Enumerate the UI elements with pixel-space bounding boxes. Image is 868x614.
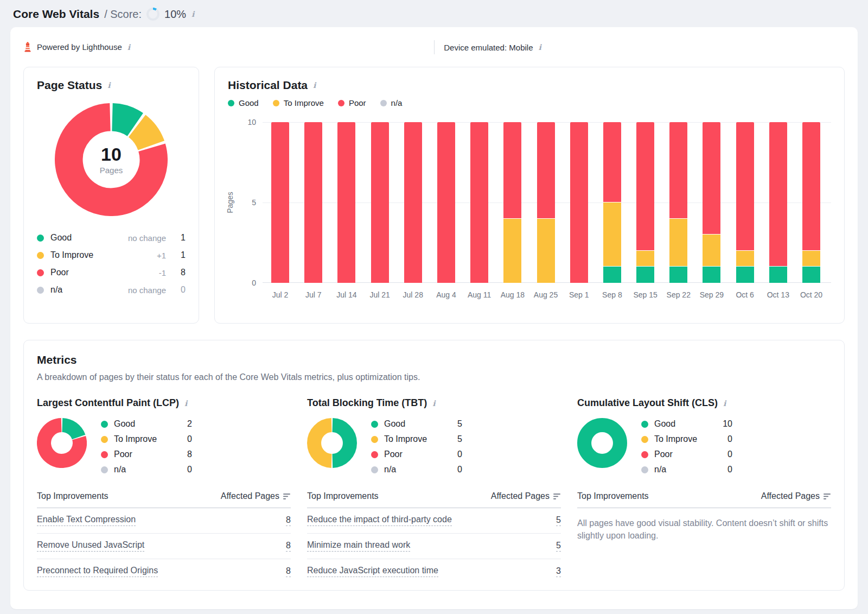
legend-dot-poor xyxy=(101,451,108,458)
legend-label: To Improve xyxy=(114,434,157,444)
bar-stack xyxy=(570,122,588,283)
affected-pages-sort-control[interactable]: Affected Pages xyxy=(221,491,291,501)
y-tick-10: 10 xyxy=(235,118,256,126)
x-tick-label: Jul 2 xyxy=(272,290,289,299)
historical-legend-item-na: n/a xyxy=(380,98,403,107)
powered-by-info-icon[interactable]: i xyxy=(127,43,131,51)
improvement-link[interactable]: Reduce JavaScript execution time xyxy=(307,566,438,577)
improvement-link[interactable]: Reduce the impact of third-party code xyxy=(307,515,452,526)
legend-dot-good xyxy=(101,421,108,428)
score-info-icon[interactable]: i xyxy=(191,10,195,18)
sort-icon[interactable] xyxy=(824,493,831,499)
page-status-card: Page Status i 10 Pages Goodno change1To … xyxy=(23,67,199,324)
legend-change: +1 xyxy=(157,251,166,260)
legend-label: To Improve xyxy=(50,250,93,260)
legend-dot-poor xyxy=(641,451,648,458)
lighthouse-icon xyxy=(23,42,32,52)
legend-count: 2 xyxy=(178,419,192,429)
page-header: Core Web Vitals / Score: 10% i xyxy=(0,0,868,27)
chart-bar xyxy=(437,122,455,283)
bar-segment-good xyxy=(736,267,754,283)
affected-pages-count[interactable]: 8 xyxy=(286,541,291,552)
bar-segment-to_improve xyxy=(669,219,687,267)
sort-icon[interactable] xyxy=(553,493,561,499)
device-info-icon[interactable]: i xyxy=(538,43,541,51)
legend-count: 5 xyxy=(448,434,462,444)
improvements-table-tbt: Top ImprovementsAffected PagesReduce the… xyxy=(307,491,561,584)
legend-change: no change xyxy=(128,233,166,243)
legend-label: Good xyxy=(50,233,72,243)
metric-legend-item-na: n/a0 xyxy=(641,462,732,477)
bar-segment-good xyxy=(802,267,820,283)
x-tick-label: Sep 15 xyxy=(633,290,657,299)
legend-dot-na xyxy=(37,287,44,294)
chart-bar xyxy=(404,122,422,283)
improvement-link[interactable]: Remove Unused JavaScript xyxy=(37,540,144,552)
bar-stack xyxy=(371,122,389,283)
legend-label: To Improve xyxy=(384,434,427,444)
bar-stack xyxy=(470,122,488,283)
legend-dot-to_improve xyxy=(371,436,378,443)
affected-pages-count[interactable]: 8 xyxy=(286,566,291,577)
top-improvements-header: Top Improvements xyxy=(577,491,649,501)
chart-bar xyxy=(769,122,787,283)
legend-label: Poor xyxy=(654,450,673,459)
x-tick-label: Sep 1 xyxy=(569,290,589,299)
legend-count: 8 xyxy=(169,268,186,277)
bar-stack xyxy=(404,122,422,283)
metric-title-row-lcp: Largest Contentful Paint (LCP)i xyxy=(37,397,291,409)
bar-stack xyxy=(503,122,521,283)
affected-pages-count[interactable]: 5 xyxy=(556,515,561,526)
metric-legend-lcp: Good2To Improve0Poor8n/a0 xyxy=(101,416,192,477)
improvement-link[interactable]: Preconnect to Required Origins xyxy=(37,566,158,577)
powered-by-label: Powered by Lighthouse xyxy=(37,42,122,52)
historical-info-icon[interactable]: i xyxy=(312,81,316,89)
affected-pages-count[interactable]: 5 xyxy=(556,541,561,552)
chart-bar xyxy=(603,122,621,283)
legend-count: 0 xyxy=(718,450,732,459)
affected-pages-sort-control[interactable]: Affected Pages xyxy=(761,491,831,501)
metric-legend-item-na: n/a0 xyxy=(101,462,192,477)
affected-pages-count[interactable]: 3 xyxy=(556,566,561,577)
improvement-row: Preconnect to Required Origins8 xyxy=(37,559,291,584)
bar-segment-to_improve xyxy=(703,235,720,267)
sort-icon[interactable] xyxy=(283,493,291,499)
historical-data-card: Historical Data i GoodTo ImprovePoorn/a … xyxy=(214,67,845,324)
page-status-info-icon[interactable]: i xyxy=(107,81,111,89)
improvement-link[interactable]: Minimize main thread work xyxy=(307,540,410,552)
bar-segment-poor xyxy=(703,122,720,235)
metric-legend-item-poor: Poor0 xyxy=(371,447,462,462)
legend-label: Poor xyxy=(384,450,403,459)
improvement-link[interactable]: Enable Text Compression xyxy=(37,515,136,526)
metrics-subtitle: A breakdown of pages by their status for… xyxy=(37,372,831,382)
page-status-legend-item-poor: Poor-18 xyxy=(37,264,186,281)
metrics-title: Metrics xyxy=(37,353,77,366)
bar-segment-poor xyxy=(271,122,289,283)
metric-legend-item-good: Good10 xyxy=(641,416,732,432)
bar-stack xyxy=(736,122,754,283)
metric-title-row-cls: Cumulative Layout Shift (CLS)i xyxy=(577,397,831,409)
chart-bar xyxy=(503,122,521,283)
x-tick: Sep 29 xyxy=(703,290,720,300)
bar-segment-to_improve xyxy=(802,251,820,267)
bar-segment-to_improve xyxy=(503,219,521,283)
y-tick-0: 0 xyxy=(235,278,256,287)
metric-info-icon-tbt[interactable]: i xyxy=(432,400,436,407)
x-tick-label: Aug 4 xyxy=(436,290,456,299)
affected-pages-sort-control[interactable]: Affected Pages xyxy=(491,491,561,501)
legend-dot-to_improve xyxy=(641,436,648,443)
chart-bar xyxy=(371,122,389,283)
score-label: / Score: xyxy=(104,8,142,21)
affected-pages-count[interactable]: 8 xyxy=(286,515,291,526)
legend-change: no change xyxy=(128,286,166,295)
improvements-table-lcp: Top ImprovementsAffected PagesEnable Tex… xyxy=(37,491,291,584)
x-tick: Sep 1 xyxy=(570,290,588,300)
chart-bar xyxy=(802,122,820,283)
legend-dot-good xyxy=(37,235,44,242)
x-tick-label: Jul 21 xyxy=(369,290,390,299)
metric-info-icon-lcp[interactable]: i xyxy=(184,400,188,407)
metric-info-icon-cls[interactable]: i xyxy=(723,400,726,407)
page-status-title-row: Page Status i xyxy=(37,79,186,92)
bar-segment-poor xyxy=(537,122,555,219)
legend-label: n/a xyxy=(114,465,126,474)
